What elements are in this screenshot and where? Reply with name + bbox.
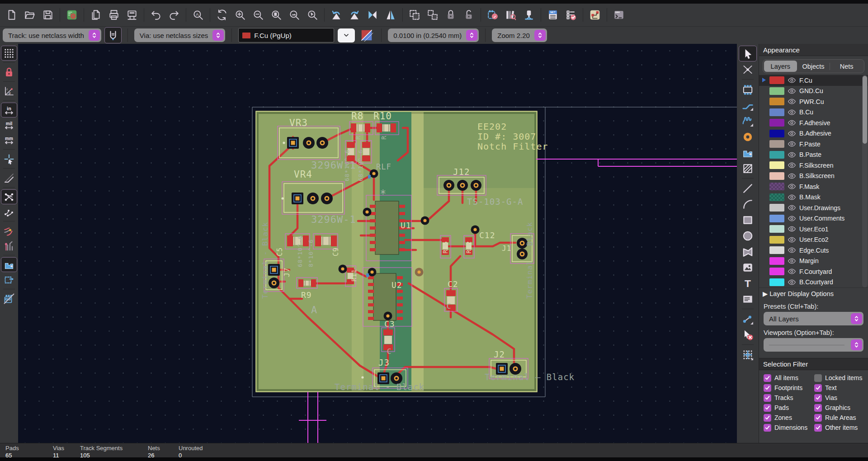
polar-coordinates-button[interactable]: rθ xyxy=(1,84,17,98)
scrollbar[interactable] xyxy=(862,75,868,287)
layer-row-f.courtyard[interactable]: F.Courtyard xyxy=(759,266,868,277)
new-board-button[interactable] xyxy=(3,6,21,24)
stepper-icon[interactable] xyxy=(534,30,546,41)
draw-arc-button[interactable] xyxy=(739,197,756,212)
layer-color-swatch[interactable] xyxy=(769,130,784,137)
layer-row-f.paste[interactable]: F.Paste xyxy=(759,139,868,150)
grid-dots-button[interactable] xyxy=(1,46,17,60)
filter-tracks[interactable]: Tracks xyxy=(764,394,814,402)
zoom-objects-button[interactable] xyxy=(285,6,303,24)
checkbox-icon[interactable] xyxy=(814,404,822,412)
layer-row-b.paste[interactable]: B.Paste xyxy=(759,150,868,160)
layer-row-b.cu[interactable]: B.Cu xyxy=(759,107,868,118)
layer-color-swatch[interactable] xyxy=(769,172,784,180)
grid-select[interactable]: 0.0100 in (0.2540 mm) xyxy=(388,28,479,42)
delete-tool-button[interactable] xyxy=(739,327,756,342)
tab-objects[interactable]: Objects xyxy=(797,61,830,72)
checkbox-icon[interactable] xyxy=(764,424,771,432)
layer-visibility-eye-icon[interactable] xyxy=(788,205,796,211)
layer-row-margin[interactable]: Margin xyxy=(759,256,868,267)
checkbox-icon[interactable] xyxy=(814,374,822,382)
draw-polygon-button[interactable] xyxy=(739,244,756,259)
layer-visibility-eye-icon[interactable] xyxy=(788,99,796,104)
print-button[interactable] xyxy=(105,6,123,24)
layer-visibility-eye-icon[interactable] xyxy=(788,226,796,232)
layer-visibility-eye-icon[interactable] xyxy=(788,173,796,179)
scripting-console-button[interactable] xyxy=(610,6,628,24)
layer-row-b.courtyard[interactable]: B.Courtyard xyxy=(759,277,868,288)
layer-color-swatch[interactable] xyxy=(769,151,784,159)
layer-visibility-eye-icon[interactable] xyxy=(788,279,796,285)
add-footprint-button[interactable] xyxy=(739,82,756,97)
layer-color-swatch[interactable] xyxy=(769,76,784,84)
stepper-icon[interactable] xyxy=(851,339,862,350)
footprint-editor-button[interactable] xyxy=(484,6,502,24)
layer-color-swatch[interactable] xyxy=(769,236,784,244)
open-board-button[interactable] xyxy=(21,6,39,24)
layer-color-swatch[interactable] xyxy=(769,161,784,169)
rotate-ccw-button[interactable] xyxy=(327,6,345,24)
units-mils-button[interactable]: mil xyxy=(1,118,17,132)
viewports-select[interactable] xyxy=(764,338,863,352)
add-rule-area-button[interactable] xyxy=(739,161,756,176)
stepper-icon[interactable] xyxy=(466,30,477,41)
filter-zones[interactable]: Zones xyxy=(764,414,814,422)
filter-vias[interactable]: Vias xyxy=(814,394,862,402)
net-names-button[interactable] xyxy=(1,239,17,253)
layer-color-swatch[interactable] xyxy=(769,98,784,105)
3d-viewer-button[interactable] xyxy=(520,6,538,24)
layer-color-swatch[interactable] xyxy=(769,193,784,201)
filter-dimensions[interactable]: Dimensions xyxy=(764,423,814,432)
zoom-in-button[interactable] xyxy=(231,6,249,24)
checkbox-icon[interactable] xyxy=(764,404,771,412)
layer-visibility-eye-icon[interactable] xyxy=(788,237,796,243)
add-image-button[interactable] xyxy=(739,260,756,275)
layer-display-options[interactable]: ▶ Layer Display Options xyxy=(759,287,868,299)
layer-visibility-eye-icon[interactable] xyxy=(788,131,796,136)
route-tracks-button[interactable] xyxy=(739,98,756,113)
undo-button[interactable] xyxy=(147,6,165,24)
ratsnest-show-button[interactable] xyxy=(1,190,17,204)
layer-visibility-eye-icon[interactable] xyxy=(788,258,796,264)
filter-all-items[interactable]: All items xyxy=(764,374,814,382)
layer-row-user.comments[interactable]: User.Comments xyxy=(759,213,868,224)
update-pcb-button[interactable] xyxy=(586,6,604,24)
tab-layers[interactable]: Layers xyxy=(764,61,797,72)
units-mm-button[interactable]: mm xyxy=(1,133,17,147)
layer-visibility-eye-icon[interactable] xyxy=(788,194,796,200)
add-via-button[interactable] xyxy=(739,129,756,144)
layer-visibility-eye-icon[interactable] xyxy=(788,88,796,94)
zoom-selection-button[interactable] xyxy=(303,6,321,24)
layer-row-gnd.cu[interactable]: GND.Cu xyxy=(759,86,868,97)
rotate-cw-button[interactable] xyxy=(345,6,363,24)
layer-color-swatch[interactable] xyxy=(769,215,784,222)
lock-button[interactable] xyxy=(442,6,460,24)
active-layer-select[interactable]: F.Cu (PgUp) xyxy=(238,28,334,42)
layer-row-pwr.cu[interactable]: PWR.Cu xyxy=(759,96,868,107)
layer-pair-button[interactable] xyxy=(359,28,375,43)
checkbox-icon[interactable] xyxy=(814,414,822,422)
find-button[interactable]: A xyxy=(189,6,207,24)
layer-visibility-eye-icon[interactable] xyxy=(788,216,796,221)
checkbox-icon[interactable] xyxy=(814,394,822,402)
add-textbox-button[interactable] xyxy=(739,292,756,306)
redo-button[interactable] xyxy=(165,6,183,24)
layer-color-swatch[interactable] xyxy=(769,268,784,275)
zone-outline-button[interactable] xyxy=(1,273,17,287)
plot-button[interactable] xyxy=(123,6,141,24)
checkbox-icon[interactable] xyxy=(764,414,771,422)
zoom-out-button[interactable] xyxy=(249,6,267,24)
layer-color-swatch[interactable] xyxy=(769,225,784,233)
group-button[interactable] xyxy=(406,6,424,24)
layer-row-b.mask[interactable]: B.Mask xyxy=(759,192,868,203)
pcb-canvas[interactable]: VR3R8R10EE202ID #: 3007Notch Filter3296W… xyxy=(18,44,737,443)
ungroup-button[interactable] xyxy=(424,6,442,24)
layer-visibility-eye-icon[interactable] xyxy=(788,141,796,147)
layer-color-swatch[interactable] xyxy=(769,246,784,254)
auto-track-width-button[interactable] xyxy=(105,28,121,43)
layer-visibility-eye-icon[interactable] xyxy=(788,77,796,83)
layer-color-swatch[interactable] xyxy=(769,108,784,116)
layer-color-swatch[interactable] xyxy=(769,87,784,95)
filter-locked-items[interactable]: Locked items xyxy=(814,374,862,382)
design-rules-check-button[interactable] xyxy=(562,6,580,24)
